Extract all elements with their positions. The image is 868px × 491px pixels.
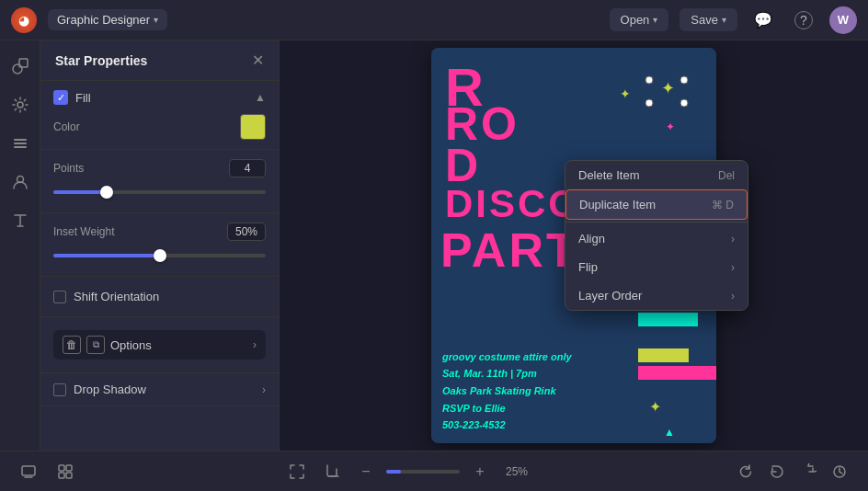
zoom-out-button[interactable]: − — [353, 459, 379, 485]
app-name-dropdown[interactable]: Graphic Designer ▾ — [48, 9, 167, 30]
sidebar-item-text[interactable] — [4, 204, 37, 237]
save-chevron: ▾ — [722, 15, 726, 25]
svg-point-9 — [680, 76, 688, 84]
bottombar-right — [732, 458, 853, 485]
context-menu-delete[interactable]: Delete Item Del — [565, 161, 748, 189]
fill-color-label: Color — [53, 120, 80, 133]
crop-button[interactable] — [318, 458, 346, 485]
inset-weight-value[interactable]: 50% — [227, 223, 266, 241]
points-label: Points — [53, 162, 84, 175]
main-area: Star Properties ✕ ✓ Fill ▲ Color — [0, 40, 868, 451]
svg-text:✦: ✦ — [666, 120, 675, 133]
layer-order-item-arrow: › — [731, 290, 735, 303]
svg-rect-4 — [14, 143, 27, 144]
zoom-out-icon: − — [361, 463, 370, 480]
delete-item-shortcut: Del — [718, 169, 735, 182]
svg-point-2 — [17, 102, 23, 108]
zoom-level: 25% — [506, 465, 528, 478]
svg-text:✦: ✦ — [620, 86, 631, 101]
svg-rect-14 — [22, 466, 35, 475]
logo-symbol: ◕ — [18, 13, 29, 28]
sparkle-bottom: ✦ — [649, 398, 661, 416]
points-value[interactable]: 4 — [229, 159, 266, 177]
open-chevron: ▾ — [653, 15, 657, 25]
chat-icon: 💬 — [754, 11, 772, 29]
undo-button[interactable] — [763, 458, 791, 485]
delete-icon: 🗑 — [66, 338, 77, 351]
fill-checkbox[interactable]: ✓ — [53, 90, 68, 105]
context-menu-align[interactable]: Align › — [565, 224, 748, 253]
party-title-4: DISCO — [445, 186, 581, 223]
points-row: Points 4 — [53, 159, 266, 177]
sidebar-item-shapes[interactable] — [4, 50, 37, 83]
sidebar-item-settings[interactable] — [4, 88, 37, 121]
zoom-slider[interactable] — [386, 470, 460, 474]
bottombar-center: − + 25% — [283, 458, 528, 485]
drop-shadow-checkbox[interactable] — [53, 383, 66, 396]
sparkle-bottom-2: ▲ — [664, 426, 675, 439]
refresh-button[interactable] — [732, 458, 760, 485]
drop-shadow-label: Drop Shadow — [74, 383, 146, 396]
drop-shadow-collapse[interactable]: › — [262, 383, 266, 396]
svg-rect-5 — [14, 146, 27, 148]
duplicate-item-shortcut: ⌘ D — [712, 199, 734, 211]
layers-view-button[interactable] — [15, 458, 42, 485]
shift-orientation-label: Shift Orientation — [74, 290, 159, 303]
panel-close-button[interactable]: ✕ — [252, 51, 264, 69]
copy-icon-btn[interactable]: ⧉ — [86, 336, 105, 354]
svg-point-0 — [13, 64, 22, 74]
sidebar-item-users[interactable] — [4, 166, 37, 199]
help-button[interactable]: ? — [789, 6, 818, 35]
inset-weight-label: Inset Weight — [53, 225, 114, 238]
user-avatar[interactable]: W — [829, 6, 857, 34]
redo-button[interactable] — [794, 458, 822, 485]
avatar-label: W — [838, 13, 849, 27]
context-menu-layer-order[interactable]: Layer Order › — [565, 281, 748, 310]
fill-collapse-button[interactable]: ▲ — [255, 91, 266, 104]
bottombar-left — [15, 458, 79, 485]
options-chevron: › — [253, 338, 257, 351]
flip-item-arrow: › — [731, 261, 735, 274]
context-menu-duplicate[interactable]: Duplicate Item ⌘ D — [565, 189, 748, 220]
shift-orientation-checkbox[interactable] — [53, 291, 66, 303]
save-button[interactable]: Save ▾ — [680, 8, 737, 31]
fit-button[interactable] — [283, 458, 311, 485]
grid-view-button[interactable] — [51, 458, 79, 485]
inset-weight-fill — [53, 254, 160, 257]
inset-weight-row: Inset Weight 50% — [53, 223, 266, 241]
svg-rect-16 — [66, 465, 72, 471]
fill-label: Fill — [75, 91, 91, 105]
drop-shadow-left: Drop Shadow — [53, 383, 146, 396]
delete-icon-btn[interactable]: 🗑 — [63, 336, 81, 354]
app-name-chevron: ▾ — [154, 15, 158, 25]
sub-text: groovy costume attire only Sat, Mar. 11t… — [442, 348, 572, 434]
context-menu-flip[interactable]: Flip › — [565, 253, 748, 281]
svg-point-7 — [645, 76, 653, 84]
fill-color-row: Color — [53, 114, 266, 140]
layer-order-item-label: Layer Order — [578, 289, 642, 303]
points-thumb[interactable] — [100, 186, 113, 199]
star-selection: ✦ ✦ ✦ — [611, 75, 689, 153]
options-section: 🗑 ⧉ Options › — [40, 317, 279, 373]
open-button[interactable]: Open ▾ — [610, 8, 669, 31]
svg-rect-15 — [59, 465, 64, 471]
inset-weight-thumb[interactable] — [154, 249, 166, 262]
zoom-in-button[interactable]: + — [467, 459, 493, 485]
history-button[interactable] — [826, 458, 853, 485]
inset-weight-track — [53, 254, 266, 257]
app-logo[interactable]: ◕ — [11, 7, 37, 33]
context-menu-divider-1 — [565, 222, 748, 223]
bottombar: − + 25% — [0, 451, 868, 491]
svg-rect-17 — [59, 473, 64, 478]
canvas-area[interactable]: R RO D DISCO PARTY — [280, 40, 868, 451]
panel-header: Star Properties ✕ — [40, 40, 279, 81]
svg-point-10 — [645, 99, 653, 107]
chat-button[interactable]: 💬 — [748, 6, 778, 35]
sidebar-item-layers[interactable] — [4, 127, 37, 160]
fill-color-swatch[interactable] — [240, 114, 266, 140]
options-row[interactable]: 🗑 ⧉ Options › — [53, 330, 266, 360]
bottom-bars — [638, 348, 716, 383]
fill-check-icon: ✓ — [57, 92, 65, 104]
inset-weight-slider[interactable] — [53, 246, 266, 265]
points-slider[interactable] — [53, 183, 266, 201]
